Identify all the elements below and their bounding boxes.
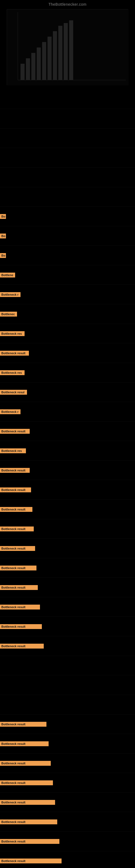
svg-rect-12	[69, 20, 73, 80]
bar-label: Bottleneck res	[0, 370, 25, 375]
bar-label: Bottleneck result	[0, 761, 51, 766]
table-row: Bottleneck result	[0, 480, 135, 500]
table-row: Bottleneck result	[0, 578, 135, 597]
svg-rect-5	[31, 53, 35, 80]
bar-label: Bo	[0, 253, 6, 258]
svg-rect-4	[26, 58, 30, 80]
table-row: Bottlenec	[0, 304, 135, 324]
bar-label: Bottleneck result	[0, 351, 29, 355]
bar-label: Bottleneck result	[0, 644, 44, 649]
svg-rect-7	[42, 42, 46, 80]
bar-label: Bottleneck res	[0, 448, 26, 453]
table-row: Bo	[0, 246, 135, 265]
table-row: Bottleneck resul	[0, 382, 135, 402]
chart-svg	[7, 9, 129, 86]
table-row	[0, 187, 135, 207]
table-row: Bottleneck result	[0, 422, 135, 441]
table-row: Bottleneck result	[0, 851, 135, 868]
table-row: Bottleneck result	[0, 714, 135, 734]
table-row: Bottleneck result	[0, 597, 135, 617]
table-row: Bottleneck res	[0, 363, 135, 382]
table-row	[0, 90, 135, 109]
bar-label: Bottleneck result	[0, 585, 38, 590]
table-row: Bottleneck result	[0, 773, 135, 793]
table-row: Bottleneck result	[0, 500, 135, 519]
bar-label: Bottleneck result	[0, 604, 40, 610]
table-row	[0, 675, 135, 695]
bar-label: Bottleneck result	[0, 819, 57, 824]
bar-label: Bottleneck result	[0, 741, 49, 746]
page-container: TheBottlenecker.com	[0, 0, 135, 868]
bar-label: Bo	[0, 234, 6, 239]
rows-section: BoBoBoBottleneBottleneck rBottlenecBottl…	[0, 90, 135, 868]
bar-label: Bottlenec	[0, 312, 17, 316]
table-row: Bo	[0, 226, 135, 246]
bar-label: Bottlene	[0, 273, 15, 278]
table-row: Bottleneck r	[0, 402, 135, 422]
bar-label: Bottleneck result	[0, 859, 61, 863]
table-row: Bottleneck result	[0, 637, 135, 656]
table-row	[0, 129, 135, 148]
table-row: Bottleneck result	[0, 832, 135, 851]
table-row: Bottleneck r	[0, 285, 135, 304]
bar-label: Bottleneck result	[0, 565, 37, 570]
bar-label: Bottleneck r	[0, 292, 20, 297]
svg-rect-8	[48, 37, 52, 80]
table-row: Bottleneck result	[0, 812, 135, 832]
bar-label: Bottleneck result	[0, 507, 32, 512]
bar-label: Bottleneck result	[0, 722, 46, 727]
bar-label: Bottleneck result	[0, 429, 30, 434]
chart-area	[7, 9, 128, 85]
bar-label: Bottleneck result	[0, 546, 35, 551]
bar-label: Bottleneck resul	[0, 390, 27, 395]
svg-rect-11	[64, 23, 68, 80]
site-title: TheBottlenecker.com	[0, 0, 135, 6]
bar-label: Bottleneck r	[0, 409, 20, 414]
bar-label: Bottleneck result	[0, 624, 42, 629]
svg-rect-3	[20, 64, 25, 80]
table-row	[0, 109, 135, 129]
bar-label: Bottleneck res	[0, 331, 25, 336]
table-row	[0, 167, 135, 187]
svg-rect-6	[37, 48, 41, 80]
table-row: Bottleneck res	[0, 441, 135, 461]
table-row: Bottleneck result	[0, 793, 135, 812]
table-row: Bottleneck result	[0, 519, 135, 539]
table-row: Bottleneck result	[0, 617, 135, 637]
table-row: Bottleneck result	[0, 539, 135, 558]
bar-label: Bottleneck result	[0, 780, 53, 785]
bar-label: Bo	[0, 214, 6, 219]
table-row	[0, 148, 135, 167]
table-row: Bottleneck result	[0, 343, 135, 363]
table-row: Bottlene	[0, 265, 135, 285]
bar-label: Bottleneck result	[0, 488, 31, 492]
header-section: TheBottlenecker.com	[0, 0, 135, 90]
table-row: Bo	[0, 207, 135, 226]
bar-label: Bottleneck result	[0, 527, 34, 531]
svg-rect-10	[58, 26, 62, 80]
table-row: Bottleneck result	[0, 734, 135, 753]
table-row	[0, 656, 135, 675]
bar-label: Bottleneck result	[0, 800, 55, 805]
bar-label: Bottleneck result	[0, 468, 30, 473]
table-row: Bottleneck result	[0, 753, 135, 773]
table-row: Bottleneck res	[0, 324, 135, 343]
bar-label: Bottleneck result	[0, 839, 59, 844]
table-row	[0, 695, 135, 714]
svg-rect-9	[53, 31, 57, 80]
table-row: Bottleneck result	[0, 558, 135, 578]
table-row: Bottleneck result	[0, 461, 135, 480]
